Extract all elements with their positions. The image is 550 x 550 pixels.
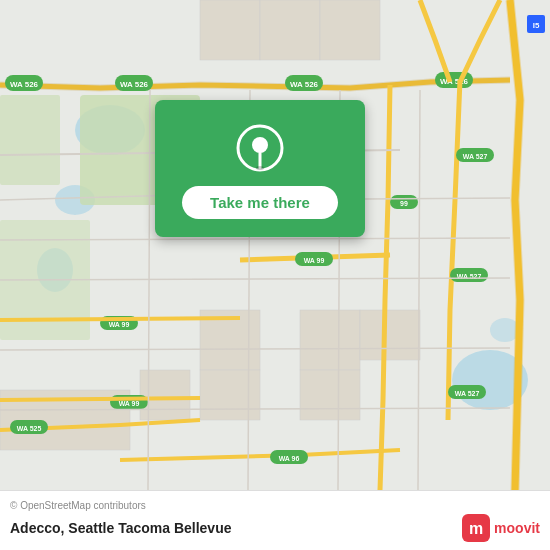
- svg-text:WA 99: WA 99: [119, 400, 140, 407]
- svg-text:WA 525: WA 525: [17, 425, 42, 432]
- svg-text:WA 527: WA 527: [463, 153, 488, 160]
- location-name: Adecco, Seattle Tacoma Bellevue: [10, 520, 232, 536]
- moovit-brand-text: moovit: [494, 520, 540, 536]
- svg-text:99: 99: [400, 200, 408, 207]
- svg-rect-14: [140, 370, 190, 420]
- map-container: I5 WA 526 WA 526 WA 526 WA 526 99 WA 99 …: [0, 0, 550, 490]
- location-pin-icon: [236, 124, 284, 172]
- svg-point-60: [256, 166, 264, 170]
- svg-text:I5: I5: [533, 21, 540, 30]
- svg-text:WA 527: WA 527: [455, 390, 480, 397]
- map-attribution: © OpenStreetMap contributors: [10, 500, 540, 511]
- svg-rect-11: [320, 0, 380, 60]
- svg-rect-7: [0, 95, 60, 185]
- bottom-bar: © OpenStreetMap contributors Adecco, Sea…: [0, 490, 550, 550]
- svg-text:WA 99: WA 99: [304, 257, 325, 264]
- svg-text:WA 526: WA 526: [10, 80, 39, 89]
- svg-text:WA 526: WA 526: [290, 80, 319, 89]
- svg-rect-9: [200, 0, 260, 60]
- location-popup: Take me there: [155, 100, 365, 237]
- svg-text:WA 99: WA 99: [109, 321, 130, 328]
- svg-rect-17: [360, 310, 420, 360]
- svg-text:WA 527: WA 527: [457, 273, 482, 280]
- svg-text:WA 96: WA 96: [279, 455, 300, 462]
- svg-point-59: [252, 137, 268, 153]
- svg-rect-15: [200, 370, 260, 420]
- svg-text:WA 526: WA 526: [120, 80, 149, 89]
- svg-rect-10: [260, 0, 320, 60]
- svg-text:m: m: [469, 520, 483, 537]
- svg-rect-16: [300, 370, 360, 420]
- svg-rect-13: [300, 310, 360, 370]
- take-me-there-button[interactable]: Take me there: [182, 186, 338, 219]
- moovit-icon: m: [462, 514, 490, 542]
- moovit-logo[interactable]: m moovit: [462, 514, 540, 542]
- location-info-row: Adecco, Seattle Tacoma Bellevue m moovit: [10, 514, 540, 542]
- map-background: I5 WA 526 WA 526 WA 526 WA 526 99 WA 99 …: [0, 0, 550, 490]
